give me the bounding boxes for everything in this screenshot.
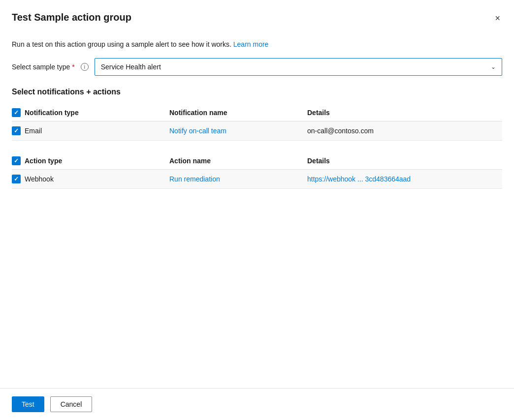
action-name-cell[interactable]: Run remediation	[169, 175, 307, 183]
actions-table-section: Action type Action name Details Webhook …	[12, 152, 502, 189]
notification-name-header: Notification name	[169, 108, 307, 117]
action-name-header: Action name	[169, 156, 307, 165]
learn-more-link[interactable]: Learn more	[233, 40, 269, 48]
actions-table-header: Action type Action name Details	[12, 152, 502, 170]
dialog-header: Test Sample action group ×	[0, 0, 514, 32]
notification-details-cell: on-call@contoso.com	[307, 127, 502, 135]
action-type-cell: Webhook	[12, 175, 169, 183]
notification-name-cell[interactable]: Notify on-call team	[169, 127, 307, 135]
dropdown-selected-value: Service Health alert	[101, 63, 161, 71]
sample-type-label: Select sample type *	[12, 63, 77, 71]
cancel-button[interactable]: Cancel	[50, 396, 93, 412]
test-button[interactable]: Test	[12, 396, 44, 412]
notification-type-header: Notification type	[12, 108, 169, 117]
intro-text: Run a test on this action group using a …	[12, 40, 502, 48]
action-details-header: Details	[307, 156, 502, 165]
dialog-title: Test Sample action group	[12, 12, 131, 23]
chevron-down-icon: ⌄	[491, 63, 496, 70]
actions-header-checkbox[interactable]	[12, 156, 21, 165]
section-title: Select notifications + actions	[12, 88, 502, 96]
action-type-header: Action type	[12, 156, 169, 165]
dialog: Test Sample action group × Run a test on…	[0, 0, 514, 420]
table-row: Email Notify on-call team on-call@contos…	[12, 121, 502, 141]
notifications-header-checkbox[interactable]	[12, 108, 21, 117]
sample-type-dropdown[interactable]: Service Health alert ⌄	[95, 58, 502, 76]
dialog-footer: Test Cancel	[0, 388, 514, 420]
sample-type-row: Select sample type * i Service Health al…	[12, 58, 502, 76]
notification-type-cell: Email	[12, 126, 169, 135]
close-button[interactable]: ×	[493, 12, 502, 25]
action-row-checkbox[interactable]	[12, 175, 21, 183]
dialog-body: Run a test on this action group using a …	[0, 32, 514, 388]
required-star: *	[72, 63, 74, 71]
action-details-cell: https://webhook ... 3cd483664aad	[307, 175, 502, 183]
notifications-table-section: Notification type Notification name Deta…	[12, 104, 502, 141]
notifications-table-header: Notification type Notification name Deta…	[12, 104, 502, 121]
notification-row-checkbox[interactable]	[12, 126, 21, 135]
info-icon: i	[81, 63, 89, 71]
table-row: Webhook Run remediation https://webhook …	[12, 170, 502, 189]
notification-details-header: Details	[307, 108, 502, 117]
